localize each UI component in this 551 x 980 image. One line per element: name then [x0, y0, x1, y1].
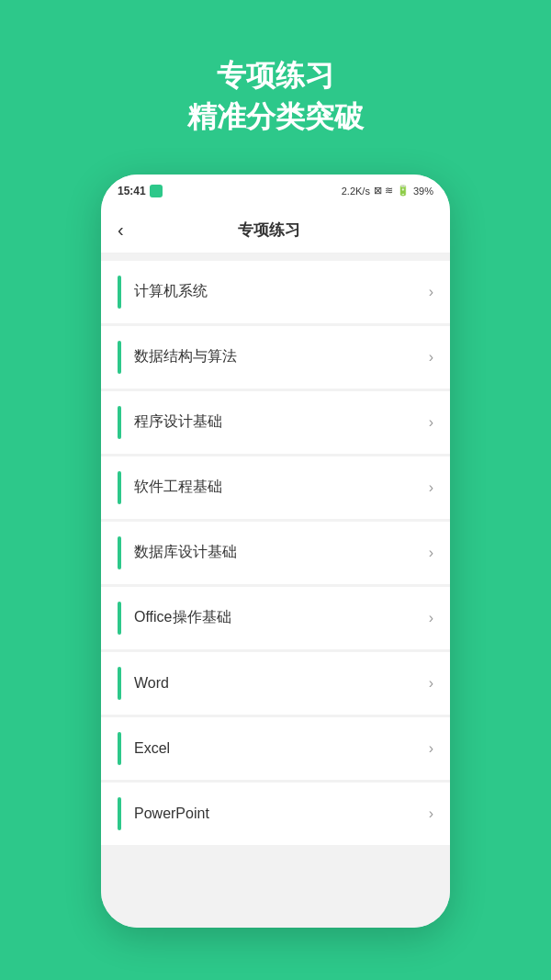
list-item-arrow-icon: › — [429, 349, 433, 366]
back-button[interactable]: ‹ — [118, 220, 124, 241]
app-notification-icon — [150, 185, 163, 197]
list-item-label: Office操作基础 — [134, 608, 429, 627]
network-speed: 2.2K/s — [342, 186, 370, 197]
list-item-accent-bar — [118, 732, 121, 765]
list-item-accent-bar — [118, 406, 121, 439]
category-list: 计算机系统›数据结构与算法›程序设计基础›软件工程基础›数据库设计基础›Offi… — [101, 253, 450, 928]
battery-indicator: 🔋 — [397, 185, 410, 197]
list-item-accent-bar — [118, 602, 121, 635]
status-time: 15:41 — [118, 185, 146, 197]
list-item-label: Excel — [134, 740, 429, 757]
list-item-label: Word — [134, 675, 429, 692]
list-item[interactable]: Excel› — [101, 717, 450, 780]
list-item-label: 软件工程基础 — [134, 478, 429, 497]
status-left: 15:41 — [118, 185, 163, 197]
list-item-label: 数据库设计基础 — [134, 543, 429, 562]
list-item-arrow-icon: › — [429, 414, 433, 431]
list-item-accent-bar — [118, 667, 121, 700]
list-item-accent-bar — [118, 471, 121, 504]
list-item[interactable]: 软件工程基础› — [101, 456, 450, 519]
list-item-arrow-icon: › — [429, 545, 433, 561]
list-item[interactable]: 数据结构与算法› — [101, 326, 450, 389]
status-bar: 15:41 2.2K/s ⊠ ≋ 🔋 39% — [101, 175, 450, 208]
list-item-label: PowerPoint — [134, 805, 429, 822]
header-title-line1: 专项练习 — [187, 55, 364, 96]
page-header: 专项练习 精准分类突破 — [187, 55, 364, 138]
list-item-accent-bar — [118, 341, 121, 374]
phone-shell: 15:41 2.2K/s ⊠ ≋ 🔋 39% ‹ 专项练习 计算机系统›数据结构… — [101, 175, 450, 928]
nav-bar: ‹ 专项练习 — [101, 208, 450, 253]
list-item[interactable]: 数据库设计基础› — [101, 522, 450, 584]
list-item-arrow-icon: › — [429, 479, 433, 496]
list-item[interactable]: Office操作基础› — [101, 587, 450, 649]
list-item-label: 程序设计基础 — [134, 412, 429, 432]
list-item-label: 数据结构与算法 — [134, 347, 429, 366]
list-item-label: 计算机系统 — [134, 282, 429, 301]
list-item[interactable]: 计算机系统› — [101, 261, 450, 323]
signal-icons: ⊠ ≋ — [374, 185, 393, 197]
header-title-line2: 精准分类突破 — [187, 96, 364, 138]
list-item-accent-bar — [118, 536, 121, 569]
nav-title: 专项练习 — [135, 220, 404, 241]
list-item-arrow-icon: › — [429, 675, 433, 692]
list-item-arrow-icon: › — [429, 805, 433, 822]
list-item[interactable]: Word› — [101, 652, 450, 715]
list-item-arrow-icon: › — [429, 610, 433, 626]
list-item[interactable]: 程序设计基础› — [101, 391, 450, 454]
list-item-arrow-icon: › — [429, 740, 433, 757]
list-item-accent-bar — [118, 276, 121, 309]
list-item[interactable]: PowerPoint› — [101, 783, 450, 845]
list-item-arrow-icon: › — [429, 284, 433, 300]
battery-percent: 39% — [413, 186, 433, 197]
status-right: 2.2K/s ⊠ ≋ 🔋 39% — [342, 185, 433, 197]
list-item-accent-bar — [118, 797, 121, 830]
